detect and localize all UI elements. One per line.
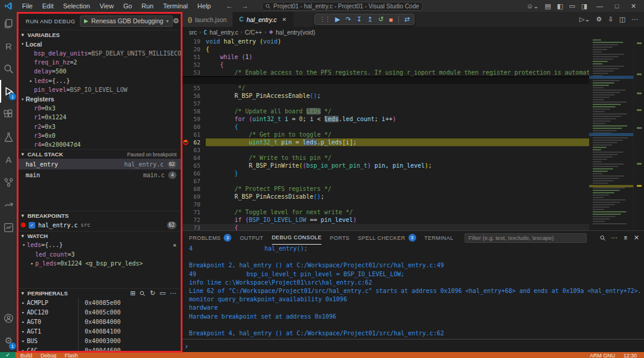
minimap[interactable] [589,38,633,230]
peripheral-row[interactable]: ▸AGT00x40084000 [17,317,181,326]
console-line[interactable]: 4 hal_entry(); [189,245,644,253]
code-line[interactable]: 64 /* Write to this pin */ [182,154,589,162]
menu-item-go[interactable]: Go [119,2,137,10]
panel-close-icon[interactable]: ✕ [634,234,639,242]
code-line[interactable]: 67 [182,177,589,185]
command-center[interactable]: Project01 - hal_entry.c - Project01 - Vi… [262,2,423,11]
code-editor[interactable]: 19void hal_entry (void)20{51 while (1)52… [182,38,589,230]
tab-hal_entry-c[interactable]: Chal_entry.c✕ [233,12,293,27]
editor-settings-icon[interactable]: ⚙ [596,16,602,23]
source-control-fork-icon[interactable] [0,171,17,193]
customize-layout-icon[interactable]: ▤ [545,2,551,10]
peripheral-row[interactable]: ▸ACMPLP0x40085e00 [17,298,181,307]
search-icon[interactable] [0,57,17,80]
loop-mode-icon[interactable]: ⇄ [404,16,410,23]
code-line[interactable]: 60 { [182,123,589,131]
spell-checker-icon[interactable]: A [0,148,17,171]
panel-tab-debug-console[interactable]: DEBUG CONSOLE [272,231,322,245]
panel-more-icon[interactable]: ⋯ [611,234,618,242]
console-line[interactable]: info line c:\Workspace\Project01\src\hal… [189,279,644,287]
code-line[interactable]: 55 */ [182,84,589,92]
panel-tab-output[interactable]: OUTPUT [240,231,263,245]
status-item[interactable]: Flash [65,353,78,358]
breakpoint-row[interactable]: ✓hal_entry.csrc62 [17,220,181,230]
panel-maximize-icon[interactable]: ⌆ [623,234,628,242]
variable-row[interactable]: r2 = 0x3 [17,122,181,131]
panel-icon[interactable]: ▭ [160,289,166,297]
watch-row[interactable]: ▾leds = {...}✕ [17,240,181,249]
breakpoints-header[interactable]: ▾BREAKPOINTS [17,211,181,220]
console-filter-input[interactable] [465,233,587,243]
code-line[interactable]: 61 /* Get pin to toggle */ [182,131,589,138]
variable-row[interactable]: r3 = 0x0 [17,131,181,140]
extensions-icon[interactable] [0,103,17,125]
settings-gear-icon[interactable]: ⚙1 [0,329,17,352]
toggle-panel-icon[interactable]: ▭ [569,2,575,10]
debug-console-input[interactable]: › [182,339,644,352]
toggle-sidebar-icon[interactable]: ◧ [557,2,563,10]
code-line[interactable]: 68 /* Protect PFS registers */ [182,185,589,193]
call-stack-header[interactable]: ▾CALL STACK Paused on breakpoint [17,149,181,159]
panel-tab-ports[interactable]: PORTS [330,231,349,245]
nav-forward-icon[interactable]: → [242,2,249,10]
variable-row[interactable]: r0 = 0x3 [17,104,181,113]
variable-row[interactable]: pin_level = BSP_IO_LEVEL_LOW [17,85,181,94]
console-line[interactable]: Hardware breakpoint set at address 0x109… [189,313,644,321]
console-line[interactable]: monitor query_breakpoint_availability 0x… [189,295,644,304]
start-debug-icon[interactable]: ▶ [84,18,88,24]
variables-header[interactable]: ▾VARIABLES [17,30,181,39]
watch-row[interactable]: led_count = 3 [17,249,181,258]
smart-configurator-icon[interactable] [0,193,17,216]
minimize-button[interactable]: — [593,2,606,10]
console-line[interactable]: 49 bsp_io_level_t pin_level = BSP_IO_LEV… [189,270,644,279]
panel-tab-spell-checker[interactable]: SPELL CHECKER3 [358,231,416,245]
run-and-debug-icon[interactable]: 1 [0,80,17,103]
menu-item-run[interactable]: Run [137,2,157,10]
menu-item-terminal[interactable]: Terminal [159,2,193,10]
breakpoint-checkbox[interactable]: ✓ [29,222,35,229]
code-line[interactable]: 19void hal_entry (void) [182,38,589,45]
menu-item-selection[interactable]: Selection [59,2,94,10]
panel-tab-terminal[interactable]: TERMINAL [425,231,454,245]
code-line[interactable]: 51 while (1) [182,53,589,61]
code-line[interactable]: 72 if (BSP_IO_LEVEL_LOW == pin_level) [182,216,589,224]
status-item[interactable]: Debug [41,353,57,358]
remote-indicator[interactable]: ✓ [0,352,16,358]
step-out-button[interactable]: ↥ [367,16,373,23]
more-actions-icon[interactable]: ⋯ [170,289,177,297]
code-line[interactable]: 69 R_BSP_PinAccessDisable(); [182,193,589,200]
copilot-icon[interactable]: ☺⌄ [527,2,538,10]
test-explorer-icon[interactable] [0,125,17,148]
variable-row[interactable]: r4 = 0x200047d4 [17,140,181,149]
code-line[interactable]: 57 [182,100,589,107]
variable-row[interactable]: ▸leds = {...} [17,76,181,85]
menu-item-view[interactable]: View [95,2,118,10]
restart-button[interactable]: ↺ [378,16,383,23]
peripheral-row[interactable]: ▸AGT10x40084100 [17,326,181,336]
search-peripherals-icon[interactable] [140,291,145,297]
console-line[interactable] [189,253,644,261]
peripherals-header[interactable]: ▾PERIPHERALS ⊞ ↻ ▭ ⋯ [17,288,181,298]
peripheral-row[interactable]: ▸CAC0x40044600 [17,345,181,352]
variable-row[interactable]: r1 = 0x1224 [17,113,181,122]
console-line[interactable] [189,321,644,329]
run-or-debug-button[interactable]: ▷⌄ [580,16,590,23]
call-stack-frame[interactable]: mainmain.c4 [17,169,181,180]
stop-button[interactable]: ■ [389,16,393,23]
status-item[interactable]: ARM GNU [590,353,615,358]
breadcrumb[interactable]: src› C hal_entry.c› C/C++› ❖ hal_entry(v… [182,27,644,38]
variable-group-registers[interactable]: ▾Registers [17,94,181,103]
code-line[interactable]: 65 R_BSP_PinWrite((bsp_io_port_pin_t) pi… [182,162,589,169]
split-editor-icon[interactable]: ◫ [620,16,626,23]
panel-tab-problems[interactable]: PROBLEMS3 [189,231,231,245]
code-line[interactable]: 56 R_BSP_PinAccessEnable(); [182,92,589,100]
code-line[interactable]: 71 /* Toggle level for next write */ [182,208,589,216]
export-icon[interactable]: ⊞ [130,289,135,297]
status-item[interactable]: 12:30 [623,353,637,358]
console-line[interactable]: Breakpoint 2, hal_entry () at C:/Workspa… [189,261,644,270]
call-stack-frame[interactable]: hal_entryhal_entry.c62 [17,159,181,169]
peripheral-row[interactable]: ▸BUS0x40003000 [17,336,181,345]
variable-row[interactable]: delay = 500 [17,67,181,76]
code-line[interactable]: 73 { [182,224,589,230]
watch-header[interactable]: ▾WATCH [17,231,181,240]
